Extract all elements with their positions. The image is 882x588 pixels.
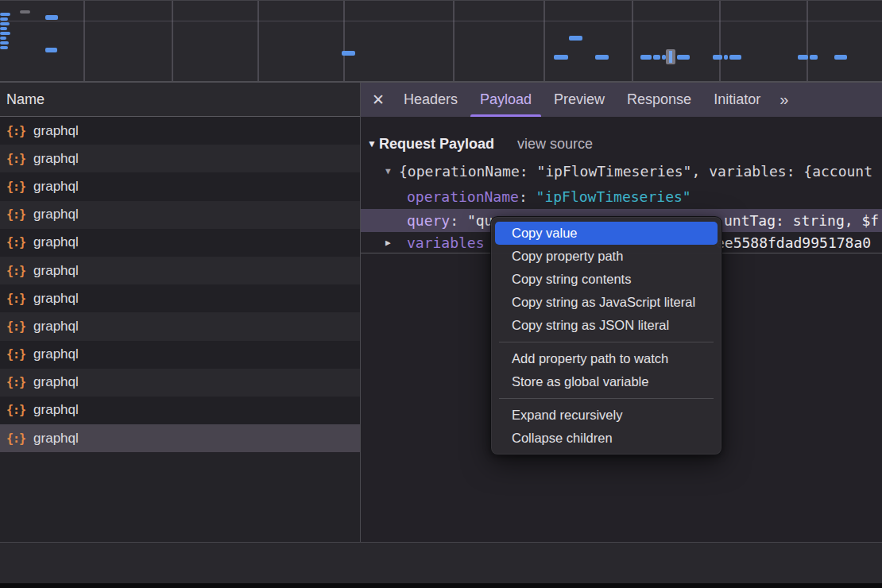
root-expand-icon[interactable]: ▼ xyxy=(385,159,391,184)
close-icon[interactable]: ✕ xyxy=(372,83,385,117)
tab-payload[interactable]: Payload xyxy=(469,83,543,117)
overview-request-bar xyxy=(0,32,10,35)
request-payload-section[interactable]: ▼ Request Payload view source xyxy=(361,130,882,159)
overview-request-bar xyxy=(798,55,808,60)
overview-request-bar xyxy=(45,48,57,52)
overview-request-bar xyxy=(569,36,582,41)
overview-request-bar xyxy=(554,55,568,60)
request-row[interactable]: {:}graphql xyxy=(0,145,360,172)
tab-headers[interactable]: Headers xyxy=(393,83,469,117)
summary-bar xyxy=(0,543,882,583)
request-name: graphql xyxy=(33,123,79,139)
overview-gridline xyxy=(257,1,259,81)
property-key: variables xyxy=(407,234,485,251)
json-braces-icon: {:} xyxy=(6,152,25,166)
request-row[interactable]: {:}graphql xyxy=(0,284,360,312)
colon: : xyxy=(519,188,536,205)
menu-item-store-as-global-variable[interactable]: Store as global variable xyxy=(495,370,718,393)
json-braces-icon: {:} xyxy=(6,124,25,138)
overview-gray-dash xyxy=(20,10,30,14)
json-braces-icon: {:} xyxy=(6,403,25,417)
menu-item-copy-value[interactable]: Copy value xyxy=(495,222,718,245)
overview-request-bar xyxy=(677,55,690,60)
overview-gridline xyxy=(343,1,345,81)
window-bottom-edge xyxy=(0,583,882,588)
request-row[interactable]: {:}graphql xyxy=(0,397,360,424)
menu-item-copy-property-path[interactable]: Copy property path xyxy=(495,245,718,268)
detail-tabbar: ✕ HeadersPayloadPreviewResponseInitiator… xyxy=(361,83,882,117)
overview-request-bar xyxy=(810,55,818,60)
menu-item-copy-string-as-json-literal[interactable]: Copy string as JSON literal xyxy=(495,314,718,337)
request-row[interactable]: {:}graphql xyxy=(0,257,360,284)
name-column-header[interactable]: Name xyxy=(0,83,360,117)
tab-preview[interactable]: Preview xyxy=(543,83,616,117)
overview-request-bar xyxy=(0,27,7,30)
request-row[interactable]: {:}graphql xyxy=(0,117,360,145)
network-overview-timeline[interactable] xyxy=(0,0,882,83)
overview-request-bar xyxy=(834,55,847,60)
detail-tabs: HeadersPayloadPreviewResponseInitiator xyxy=(393,83,772,117)
request-name: graphql xyxy=(33,291,79,307)
menu-separator xyxy=(499,342,714,342)
overview-gridline xyxy=(632,1,633,81)
request-row[interactable]: {:}graphql xyxy=(0,172,360,200)
property-value-right: untTag: string, $f xyxy=(724,209,879,232)
overview-request-bar xyxy=(0,46,8,49)
request-name: graphql xyxy=(33,207,79,222)
menu-item-collapse-children[interactable]: Collapse children xyxy=(495,427,718,450)
variables-value-right: ee5588fdad995178a0 xyxy=(716,232,871,253)
json-braces-icon: {:} xyxy=(6,207,25,222)
menu-item-copy-string-as-javascript-literal[interactable]: Copy string as JavaScript literal xyxy=(495,291,718,314)
property-key: operationName xyxy=(407,188,519,205)
request-name: graphql xyxy=(33,374,79,390)
overview-request-bar xyxy=(713,55,722,60)
variables-expand-icon[interactable]: ▶ xyxy=(385,232,391,253)
overview-request-bar xyxy=(729,55,741,60)
overview-request-bar xyxy=(653,55,660,60)
overview-request-bar xyxy=(595,55,609,60)
overview-gridline xyxy=(719,1,721,81)
request-name: graphql xyxy=(33,263,79,279)
overview-request-bar xyxy=(0,13,10,16)
operation-name-row[interactable]: operationName: "ipFlowTimeseries" xyxy=(361,184,882,209)
overview-request-bar xyxy=(45,15,58,20)
request-name: graphql xyxy=(33,151,79,167)
payload-root-row[interactable]: ▼ {operationName: "ipFlowTimeseries", va… xyxy=(361,159,882,184)
json-braces-icon: {:} xyxy=(6,319,25,334)
overview-request-bar xyxy=(640,55,652,60)
request-row[interactable]: {:}graphql xyxy=(0,424,360,452)
overview-gridline xyxy=(544,1,545,81)
section-collapse-icon[interactable]: ▼ xyxy=(367,130,377,159)
request-name: graphql xyxy=(33,234,79,250)
overview-horizontal-gridline xyxy=(0,21,882,21)
menu-item-expand-recursively[interactable]: Expand recursively xyxy=(495,404,718,427)
more-tabs-icon[interactable]: » xyxy=(772,83,795,117)
request-name: graphql xyxy=(33,346,79,362)
menu-item-add-property-path-to-watch[interactable]: Add property path to watch xyxy=(495,347,718,370)
request-row[interactable]: {:}graphql xyxy=(0,201,360,229)
overview-request-bar xyxy=(0,37,6,40)
tab-initiator[interactable]: Initiator xyxy=(702,83,772,117)
name-column-label: Name xyxy=(6,91,44,108)
request-row[interactable]: {:}graphql xyxy=(0,341,360,369)
json-braces-icon: {:} xyxy=(6,180,25,194)
request-row[interactable]: {:}graphql xyxy=(0,229,360,257)
devtools-window: Name {:}graphql{:}graphql{:}graphql{:}gr… xyxy=(0,0,882,588)
request-name: graphql xyxy=(33,319,79,335)
request-row[interactable]: {:}graphql xyxy=(0,369,360,397)
overview-request-bar xyxy=(0,41,9,44)
overview-selection-marker xyxy=(666,49,675,64)
json-braces-icon: {:} xyxy=(6,292,25,306)
property-key: query xyxy=(407,212,450,229)
menu-item-copy-string-contents[interactable]: Copy string contents xyxy=(495,268,718,291)
request-row[interactable]: {:}graphql xyxy=(0,312,360,340)
property-value: "ipFlowTimeseries" xyxy=(536,188,691,205)
property-value-left: "qu xyxy=(467,212,493,229)
overview-gridline xyxy=(172,1,173,81)
tab-response[interactable]: Response xyxy=(616,83,702,117)
menu-separator xyxy=(499,398,714,399)
view-source-link[interactable]: view source xyxy=(517,130,593,159)
request-name: graphql xyxy=(33,431,79,447)
json-braces-icon: {:} xyxy=(6,347,25,362)
overview-gridline xyxy=(807,1,808,81)
